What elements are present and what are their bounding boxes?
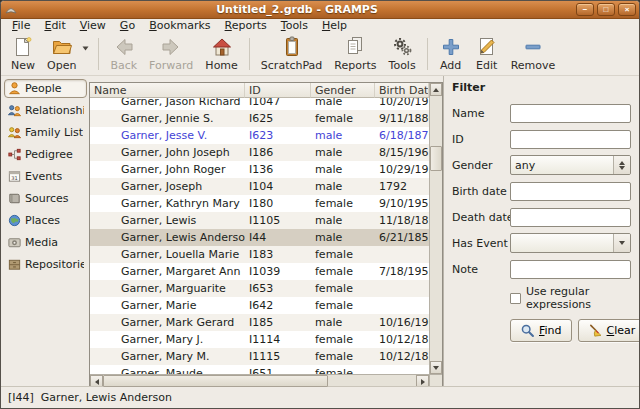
sidebar-item-label: Family List [25, 126, 83, 139]
table-row[interactable]: Garner, John RogerI136male10/29/1925 [90, 161, 429, 178]
cell-gender: female [311, 112, 375, 125]
remove-button[interactable]: Remove [505, 34, 562, 73]
cell-id: I623 [245, 129, 311, 142]
cell-birth: 10/16/1962 [375, 316, 429, 329]
sidebar-item-repositories[interactable]: Repositories [4, 255, 87, 274]
birth-date-field[interactable] [510, 182, 631, 201]
table-row[interactable]: Garner, JosephI104male1792 [90, 178, 429, 195]
table-row[interactable]: Garner, Mary M.I1115female10/12/1851 [90, 348, 429, 365]
table-row[interactable]: Garner, MarguariteI653female [90, 280, 429, 297]
name-field[interactable] [510, 104, 631, 123]
horizontal-scrollbar-thumb[interactable] [103, 375, 328, 387]
death-date-field[interactable] [510, 208, 631, 227]
find-button[interactable]: Find [510, 319, 572, 342]
vertical-scrollbar[interactable] [429, 83, 442, 374]
column-header-gender[interactable]: Gender [311, 83, 375, 98]
column-header-birth-date[interactable]: Birth Date [375, 83, 429, 98]
toolbar: NewOpenBackForwardHomeScratchPadReportsT… [1, 33, 639, 76]
chevron-down-icon[interactable] [613, 234, 630, 252]
id-field[interactable] [510, 130, 631, 149]
table-row[interactable]: Garner, Louella MarieI183female [90, 246, 429, 263]
column-header-name[interactable]: Name [90, 83, 245, 98]
table-row[interactable]: Garner, Mark GerardI185male10/16/1962 [90, 314, 429, 331]
gender-combo[interactable]: any [510, 155, 631, 175]
sidebar-item-pedigree[interactable]: Pedigree [4, 145, 87, 164]
spin-arrows-icon[interactable] [613, 156, 630, 174]
open-dropdown-caret[interactable] [82, 41, 93, 66]
cell-gender: male [311, 231, 375, 244]
vertical-scrollbar-trough[interactable] [430, 96, 442, 361]
menu-item-help[interactable]: Help [315, 19, 354, 33]
cell-gender: male [311, 163, 375, 176]
open-button[interactable]: Open [41, 34, 82, 73]
menu-item-go[interactable]: Go [113, 19, 142, 33]
menu-item-view[interactable]: View [73, 19, 113, 33]
close-button[interactable]: × [618, 3, 636, 16]
menu-item-reports[interactable]: Reports [218, 19, 274, 33]
cell-birth: 1792 [375, 180, 429, 193]
edit-button[interactable]: Edit [469, 34, 505, 73]
scroll-up-button[interactable] [430, 83, 442, 96]
filter-title: Filter [452, 81, 631, 94]
note-field[interactable] [510, 260, 631, 279]
clear-button[interactable]: Clear [578, 319, 639, 342]
horizontal-scrollbar-trough[interactable] [103, 375, 416, 387]
scroll-down-button[interactable] [430, 361, 442, 374]
cell-gender: female [311, 367, 375, 374]
regex-checkbox[interactable] [510, 293, 521, 304]
toolbar-button-label: Open [47, 59, 76, 72]
cell-birth: 10/12/1851 [375, 350, 429, 363]
sidebar-item-family-list[interactable]: Family List [4, 123, 87, 142]
family-list-icon [7, 125, 22, 140]
table-row[interactable]: Garner, Margaret AnnI1039female7/18/1951 [90, 263, 429, 280]
cell-id: I104 [245, 180, 311, 193]
maximize-button[interactable]: □ [597, 3, 615, 16]
add-icon [439, 35, 463, 59]
table-row[interactable]: Garner, Jennie S.I625female9/11/1880 [90, 110, 429, 127]
toolbar-separator [249, 38, 250, 70]
sidebar-item-media[interactable]: Media [4, 233, 87, 252]
menu-item-edit[interactable]: Edit [37, 19, 72, 33]
new-button[interactable]: New [5, 34, 41, 73]
add-button[interactable]: Add [433, 34, 469, 73]
sidebar-item-places[interactable]: Places [4, 211, 87, 230]
vertical-scrollbar-thumb[interactable] [430, 146, 442, 171]
sidebar-item-events[interactable]: 31Events [4, 167, 87, 186]
table-row[interactable]: Garner, MaudeI651female [90, 365, 429, 374]
home-button[interactable]: Home [199, 34, 243, 73]
cell-name: Garner, Marie [90, 299, 245, 312]
table-row[interactable]: Garner, Mary J.I1114female10/12/1851 [90, 331, 429, 348]
reports-icon [343, 35, 367, 59]
table-row[interactable]: Garner, Kathryn MaryI180female9/10/1952 [90, 195, 429, 212]
sidebar-item-relationships[interactable]: Relationships [4, 101, 87, 120]
filter-row-birth-date: Birth date [452, 181, 631, 201]
sidebar-item-sources[interactable]: Sources [4, 189, 87, 208]
menu-item-file[interactable]: File [5, 19, 37, 33]
tools-button[interactable]: Tools [383, 34, 422, 73]
minimize-button[interactable]: − [576, 3, 594, 16]
cell-name: Garner, Jason Richard [90, 98, 245, 108]
table-row[interactable]: Garner, John JosephI186male8/15/1961 [90, 144, 429, 161]
back-button: Back [104, 34, 143, 73]
table-row[interactable]: Garner, LewisI1105male11/18/1823 [90, 212, 429, 229]
table-row[interactable]: Garner, Jesse V.I623male6/18/1876 [90, 127, 429, 144]
people-list-area: NameIDGenderBirth Date Garner, Jason Ric… [89, 76, 443, 386]
status-bar: [I44] Garner, Lewis Anderson [1, 386, 639, 408]
sidebar-item-people[interactable]: People [4, 79, 87, 98]
cell-gender: female [311, 265, 375, 278]
title-bar[interactable]: Untitled_2.grdb - GRAMPS −□× [1, 1, 639, 19]
cell-id: I180 [245, 197, 311, 210]
horizontal-scrollbar[interactable] [90, 374, 429, 387]
cell-id: I1115 [245, 350, 311, 363]
cell-birth: 10/20/1975 [375, 98, 429, 108]
column-header-id[interactable]: ID [245, 83, 311, 98]
menu-item-bookmarks[interactable]: Bookmarks [142, 19, 217, 33]
menu-item-tools[interactable]: Tools [274, 19, 315, 33]
remove-icon [521, 35, 545, 59]
table-row[interactable]: Garner, Lewis AndersonI44male6/21/1855 [90, 229, 429, 246]
table-row[interactable]: Garner, Jason RichardI1047male10/20/1975 [90, 98, 429, 110]
table-row[interactable]: Garner, MarieI642female [90, 297, 429, 314]
scratchpad-button[interactable]: ScratchPad [255, 34, 329, 73]
reports-button[interactable]: Reports [328, 34, 382, 73]
has-event-combo[interactable] [510, 233, 631, 253]
